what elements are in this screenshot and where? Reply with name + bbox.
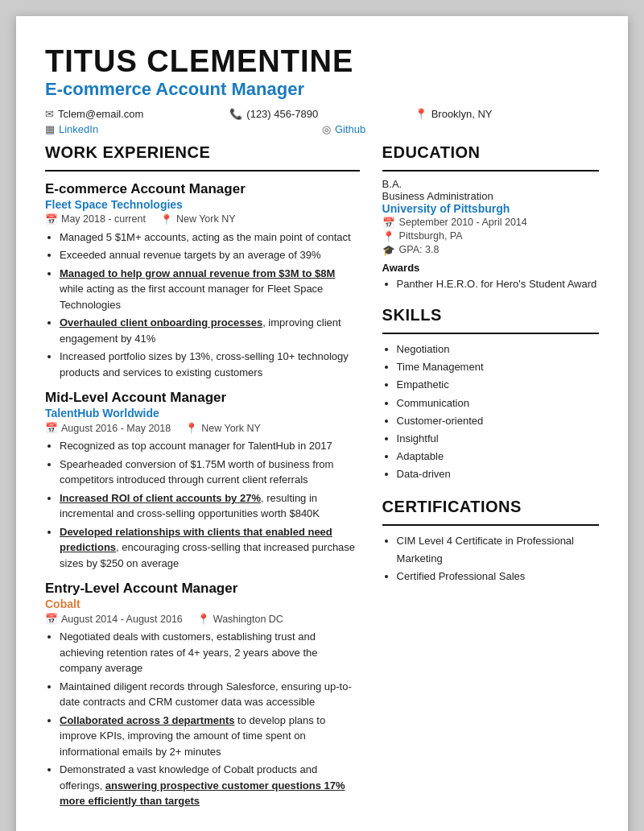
edu-degree: B.A.: [382, 178, 599, 190]
skill-insightful: Insightful: [397, 430, 599, 448]
location-icon-1: 📍: [160, 213, 173, 225]
edu-dates-value: September 2010 - April 2014: [399, 217, 527, 228]
location-icon: 📍: [415, 108, 427, 120]
job-2-title: Mid-Level Account Manager: [45, 390, 360, 406]
job-3-bullet-4: Demonstrated a vast knowledge of Cobalt …: [60, 762, 360, 809]
location-value: Brooklyn, NY: [431, 108, 493, 120]
job-3-bullet-3-bold: Collaborated across 3 departments: [60, 714, 234, 726]
education-divider: [382, 170, 599, 172]
skills-section-title: SKILLS: [382, 306, 599, 325]
skill-time-management: Time Management: [397, 358, 599, 376]
skills-list: Negotiation Time Management Empathetic C…: [382, 341, 599, 483]
phone-contact: 📞 (123) 456-7890: [229, 108, 414, 120]
phone-icon: 📞: [229, 108, 242, 120]
award-1: Panther H.E.R.O. for Hero's Student Awar…: [397, 276, 599, 292]
job-2-bullet-3: Increased ROI of client accounts by 27%,…: [60, 490, 360, 522]
job-1: E-commerce Account Manager Fleet Space T…: [45, 181, 360, 381]
cert-1: CIM Level 4 Certificate in Professional …: [397, 532, 599, 568]
contact-row-1: ✉ Tclem@email.com 📞 (123) 456-7890 📍 Bro…: [45, 108, 599, 120]
edu-location: 📍 Pittsburgh, PA: [382, 230, 599, 242]
skill-adaptable: Adaptable: [397, 448, 599, 465]
contact-row-2: ▦ LinkedIn ◎ Github: [45, 123, 599, 135]
job-1-dates: 📅 May 2018 - current: [45, 213, 146, 225]
work-divider: [45, 170, 360, 172]
email-value: Tclem@email.com: [58, 108, 143, 120]
skills-section: SKILLS Negotiation Time Management Empat…: [382, 306, 599, 483]
skill-customer-oriented: Customer-oriented: [397, 412, 599, 430]
awards-list: Panther H.E.R.O. for Hero's Student Awar…: [382, 276, 599, 292]
job-3-bullet-3: Collaborated across 3 departments to dev…: [60, 713, 360, 760]
edu-gpa-icon: 🎓: [382, 244, 395, 256]
job-2-bullet-4-bold: Developed relationships with clients tha…: [60, 526, 332, 554]
cert-list: CIM Level 4 Certificate in Professional …: [382, 532, 599, 585]
certifications-section-title: CERTIFICATIONS: [382, 498, 599, 516]
edu-location-value: Pittsburgh, PA: [399, 230, 463, 242]
edu-location-icon: 📍: [382, 230, 395, 242]
location-icon-3: 📍: [197, 613, 210, 625]
calendar-icon-1: 📅: [45, 213, 58, 225]
job-1-bullet-1: Managed 5 $1M+ accounts, acting as the m…: [60, 229, 360, 246]
certifications-divider: [382, 524, 599, 526]
job-2-dates: 📅 August 2016 - May 2018: [45, 422, 171, 434]
job-2-location: 📍 New York NY: [185, 422, 261, 434]
job-3-bullets: Negotiated deals with customers, establi…: [45, 629, 360, 809]
skill-negotiation: Negotiation: [397, 341, 599, 358]
job-1-title: E-commerce Account Manager: [45, 181, 360, 197]
job-3-dates: 📅 August 2014 - August 2016: [45, 613, 183, 625]
github-link[interactable]: Github: [335, 123, 365, 135]
phone-value: (123) 456-7890: [246, 108, 318, 120]
edu-school: University of Pittsburgh: [382, 202, 599, 215]
linkedin-contact: ▦ LinkedIn: [45, 123, 322, 135]
calendar-icon-3: 📅: [45, 613, 58, 625]
job-2-bullet-4: Developed relationships with clients tha…: [60, 524, 360, 572]
cert-2: Certified Professional Sales: [397, 568, 599, 585]
edu-field: Business Administration: [382, 190, 599, 202]
job-3-location: 📍 Washington DC: [197, 613, 283, 625]
calendar-icon-2: 📅: [45, 422, 58, 434]
job-1-bullet-4-bold: Overhauled client onboarding processes: [60, 316, 262, 329]
job-3-meta: 📅 August 2014 - August 2016 📍 Washington…: [45, 613, 360, 625]
job-1-location: 📍 New York NY: [160, 213, 236, 225]
resume-container: TITUS CLEMENTINE E-commerce Account Mana…: [16, 16, 628, 831]
job-3-title: Entry-Level Account Manager: [45, 581, 360, 597]
email-contact: ✉ Tclem@email.com: [45, 108, 229, 120]
candidate-title: E-commerce Account Manager: [45, 79, 599, 100]
job-2-bullet-2: Spearheaded conversion of $1.75M worth o…: [60, 457, 360, 488]
job-1-bullet-3: Managed to help grow annual revenue from…: [60, 266, 360, 313]
job-1-bullet-4: Overhauled client onboarding processes, …: [60, 315, 360, 346]
job-1-company: Fleet Space Technologies: [45, 198, 360, 211]
education-section-title: EDUCATION: [382, 143, 599, 162]
job-1-bullet-5: Increased portfolio sizes by 13%, cross-…: [60, 349, 360, 380]
edu-calendar-icon: 📅: [382, 217, 395, 229]
location-contact: 📍 Brooklyn, NY: [415, 108, 599, 120]
awards-title: Awards: [382, 262, 599, 274]
job-3-bullet-4-bold: answering prospective customer questions…: [60, 779, 345, 808]
email-icon: ✉: [45, 108, 54, 120]
job-2-bullet-3-bold: Increased ROI of client accounts by 27%: [60, 492, 261, 504]
github-contact: ◎ Github: [322, 123, 599, 135]
edu-gpa: 🎓 GPA: 3.8: [382, 244, 599, 256]
job-3-bullet-1: Negotiated deals with customers, establi…: [60, 629, 360, 676]
certifications-section: CERTIFICATIONS CIM Level 4 Certificate i…: [382, 498, 599, 585]
job-2-meta: 📅 August 2016 - May 2018 📍 New York NY: [45, 422, 360, 434]
edu-gpa-value: GPA: 3.8: [399, 244, 440, 255]
linkedin-link[interactable]: LinkedIn: [59, 123, 98, 135]
job-1-bullet-3-bold: Managed to help grow annual revenue from…: [60, 267, 335, 279]
job-3-company: Cobalt: [45, 597, 360, 610]
left-column: WORK EXPERIENCE E-commerce Account Manag…: [45, 143, 360, 812]
skills-divider: [382, 333, 599, 334]
job-2-bullet-1: Recognized as top account manager for Ta…: [60, 438, 360, 454]
job-1-bullet-2: Exceeded annual revenue targets by an av…: [60, 247, 360, 263]
right-column: EDUCATION B.A. Business Administration U…: [382, 143, 599, 812]
job-2-bullets: Recognized as top account manager for Ta…: [45, 438, 360, 571]
header: TITUS CLEMENTINE E-commerce Account Mana…: [45, 45, 599, 135]
location-icon-2: 📍: [185, 422, 198, 434]
github-icon: ◎: [322, 123, 331, 135]
job-3: Entry-Level Account Manager Cobalt 📅 Aug…: [45, 581, 360, 809]
linkedin-icon: ▦: [45, 123, 55, 135]
job-1-meta: 📅 May 2018 - current 📍 New York NY: [45, 213, 360, 225]
job-3-bullet-2: Maintained diligent records through Sale…: [60, 679, 360, 710]
main-layout: WORK EXPERIENCE E-commerce Account Manag…: [45, 143, 599, 812]
work-experience-section-title: WORK EXPERIENCE: [45, 143, 360, 162]
job-2: Mid-Level Account Manager TalentHub Worl…: [45, 390, 360, 571]
